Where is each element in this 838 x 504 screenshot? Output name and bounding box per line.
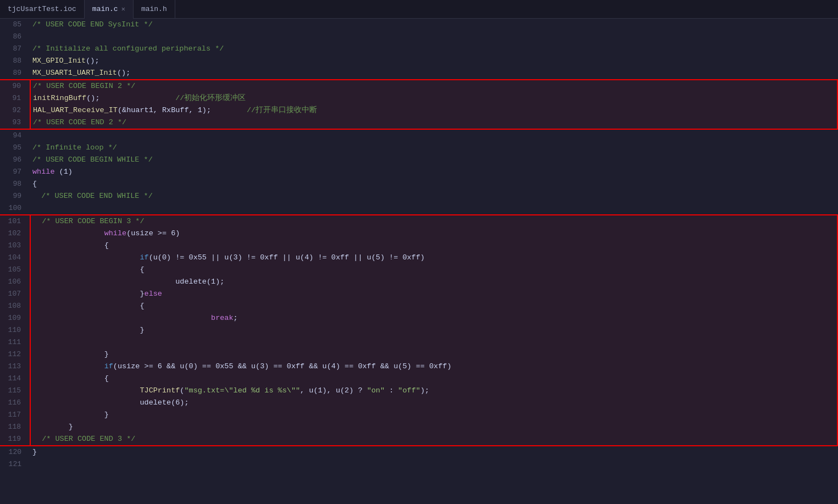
line-number: 90 bbox=[0, 80, 30, 92]
line-code: { bbox=[30, 178, 837, 190]
table-row: 117 } bbox=[0, 409, 837, 421]
line-code: { bbox=[30, 300, 837, 312]
line-number: 108 bbox=[0, 300, 30, 312]
table-row: 113 if(usize >= 6 && u(0) == 0x55 && u(3… bbox=[0, 361, 837, 373]
line-number: 106 bbox=[0, 276, 30, 288]
line-code: /* Infinite loop */ bbox=[30, 142, 837, 154]
table-row: 103 { bbox=[0, 240, 837, 252]
table-row: 108 { bbox=[0, 300, 837, 312]
line-number: 105 bbox=[0, 264, 30, 276]
line-number: 116 bbox=[0, 397, 30, 409]
table-row: 110 } bbox=[0, 324, 837, 336]
line-code: if(u(0) != 0x55 || u(3) != 0xff || u(4) … bbox=[30, 252, 837, 264]
table-row: 106 udelete(1); bbox=[0, 276, 837, 288]
table-row: 112 } bbox=[0, 348, 837, 361]
line-number: 113 bbox=[0, 361, 30, 373]
line-number: 111 bbox=[0, 336, 30, 348]
table-row: 95/* Infinite loop */ bbox=[0, 142, 837, 154]
line-code: MX_GPIO_Init(); bbox=[30, 55, 837, 67]
line-number: 107 bbox=[0, 288, 30, 300]
table-row: 109 break; bbox=[0, 312, 837, 324]
table-row: 88MX_GPIO_Init(); bbox=[0, 55, 837, 67]
line-code: /* USER CODE BEGIN 3 */ bbox=[30, 215, 837, 228]
line-code: } bbox=[30, 421, 837, 433]
line-code: MX_USART1_UART_Init(); bbox=[30, 67, 837, 80]
line-number: 97 bbox=[0, 166, 30, 178]
table-row: 116 udelete(6); bbox=[0, 397, 837, 409]
table-row: 85/* USER CODE END SysInit */ bbox=[0, 19, 837, 31]
table-row: 121 bbox=[0, 458, 837, 470]
line-code: { bbox=[30, 264, 837, 276]
line-number: 120 bbox=[0, 446, 30, 458]
line-code: /* USER CODE END 2 */ bbox=[30, 117, 837, 129]
line-number: 119 bbox=[0, 433, 30, 446]
line-number: 117 bbox=[0, 409, 30, 421]
line-code: if(usize >= 6 && u(0) == 0x55 && u(3) ==… bbox=[30, 361, 837, 373]
line-number: 115 bbox=[0, 385, 30, 397]
line-number: 101 bbox=[0, 215, 30, 228]
line-code: /* Initialize all configured peripherals… bbox=[30, 43, 837, 55]
line-number: 103 bbox=[0, 240, 30, 252]
line-code: { bbox=[30, 373, 837, 385]
table-row: 100 bbox=[0, 202, 837, 215]
line-number: 85 bbox=[0, 19, 30, 31]
table-row: 102 while(usize >= 6) bbox=[0, 228, 837, 240]
tab-mainh[interactable]: main.h bbox=[134, 0, 175, 19]
line-code: /* USER CODE BEGIN WHILE */ bbox=[30, 154, 837, 166]
line-number: 93 bbox=[0, 117, 30, 129]
line-number: 88 bbox=[0, 55, 30, 67]
line-number: 118 bbox=[0, 421, 30, 433]
table-row: 91initRingBuff(); //初始化环形缓冲区 bbox=[0, 92, 837, 104]
line-code: udelete(6); bbox=[30, 397, 837, 409]
tab-tjcusart[interactable]: tjcUsartTest.ioc bbox=[0, 0, 85, 19]
line-code: /* USER CODE END 3 */ bbox=[30, 433, 837, 446]
line-code: udelete(1); bbox=[30, 276, 837, 288]
line-code: } bbox=[30, 324, 837, 336]
tab-label: tjcUsartTest.ioc bbox=[8, 5, 76, 13]
line-number: 114 bbox=[0, 373, 30, 385]
table-row: 86 bbox=[0, 31, 837, 43]
code-editor: 85/* USER CODE END SysInit */8687/* Init… bbox=[0, 19, 838, 470]
tab-label: main.c bbox=[92, 5, 118, 13]
line-code bbox=[30, 129, 837, 142]
table-row: 92HAL_UART_Receive_IT(&huart1, RxBuff, 1… bbox=[0, 104, 837, 117]
line-code: break; bbox=[30, 312, 837, 324]
line-code bbox=[30, 458, 837, 470]
line-code: { bbox=[30, 240, 837, 252]
line-code: while (1) bbox=[30, 166, 837, 178]
line-code: } bbox=[30, 446, 837, 458]
line-code: TJCPrintf("msg.txt=\"led %d is %s\"", u(… bbox=[30, 385, 837, 397]
close-icon[interactable]: ✕ bbox=[121, 5, 125, 13]
line-number: 91 bbox=[0, 92, 30, 104]
line-number: 112 bbox=[0, 348, 30, 361]
table-row: 119 /* USER CODE END 3 */ bbox=[0, 433, 837, 446]
line-number: 92 bbox=[0, 104, 30, 117]
line-code: while(usize >= 6) bbox=[30, 228, 837, 240]
table-row: 101 /* USER CODE BEGIN 3 */ bbox=[0, 215, 837, 228]
line-number: 99 bbox=[0, 190, 30, 202]
line-number: 100 bbox=[0, 202, 30, 215]
table-row: 107 }else bbox=[0, 288, 837, 300]
table-row: 93/* USER CODE END 2 */ bbox=[0, 117, 837, 129]
line-code: }else bbox=[30, 288, 837, 300]
line-number: 121 bbox=[0, 458, 30, 470]
line-code: /* USER CODE END SysInit */ bbox=[30, 19, 837, 31]
line-number: 94 bbox=[0, 129, 30, 142]
line-code bbox=[30, 202, 837, 215]
line-number: 102 bbox=[0, 228, 30, 240]
line-number: 110 bbox=[0, 324, 30, 336]
line-number: 104 bbox=[0, 252, 30, 264]
line-code bbox=[30, 336, 837, 348]
table-row: 118 } bbox=[0, 421, 837, 433]
tab-bar: tjcUsartTest.ioc main.c ✕ main.h bbox=[0, 0, 838, 19]
table-row: 87/* Initialize all configured periphera… bbox=[0, 43, 837, 55]
table-row: 114 { bbox=[0, 373, 837, 385]
table-row: 105 { bbox=[0, 264, 837, 276]
line-code: /* USER CODE END WHILE */ bbox=[30, 190, 837, 202]
tab-mainc[interactable]: main.c ✕ bbox=[85, 0, 134, 19]
table-row: 104 if(u(0) != 0x55 || u(3) != 0xff || u… bbox=[0, 252, 837, 264]
table-row: 120} bbox=[0, 446, 837, 458]
line-number: 95 bbox=[0, 142, 30, 154]
table-row: 97while (1) bbox=[0, 166, 837, 178]
line-code: initRingBuff(); //初始化环形缓冲区 bbox=[30, 92, 837, 104]
